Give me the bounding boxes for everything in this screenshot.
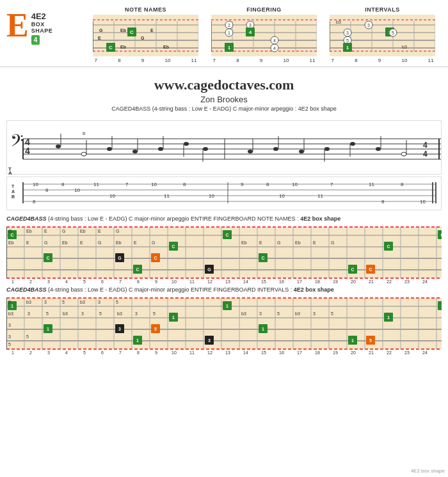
svg-text:G: G (62, 229, 65, 233)
svg-text:G: G (152, 240, 155, 245)
svg-text:8: 8 (137, 350, 140, 355)
svg-text:G: G (8, 229, 12, 233)
svg-text:b3: b3 (295, 311, 300, 316)
svg-text:9: 9 (241, 182, 244, 187)
svg-text:16: 16 (279, 279, 284, 284)
svg-text:C: C (136, 267, 139, 272)
full-fb-note-names-title-post: 4E2 box shape (300, 215, 340, 222)
svg-text:11: 11 (93, 182, 99, 187)
svg-point-115 (376, 147, 381, 151)
svg-text:C: C (387, 244, 390, 249)
svg-text:G: G (118, 256, 122, 260)
svg-text:5: 5 (99, 311, 102, 316)
svg-text:4: 4 (65, 350, 68, 355)
svg-text:b3: b3 (80, 300, 85, 304)
svg-text:6: 6 (101, 350, 104, 355)
svg-text:b3: b3 (63, 311, 68, 316)
svg-text:G: G (98, 240, 101, 245)
svg-point-92 (81, 152, 86, 156)
svg-text:3: 3 (47, 279, 50, 284)
svg-text:8: 8 (266, 182, 269, 187)
full-fb-intervals-title-post: 4E2 box shape (294, 286, 334, 293)
svg-text:10: 10 (279, 193, 285, 199)
svg-text:17: 17 (297, 279, 302, 284)
svg-point-111 (324, 147, 330, 151)
svg-text:8: 8 (137, 279, 140, 284)
svg-text:4: 4 (249, 29, 252, 35)
full-fb-note-names-title-mid: (4-string bass : Low E - EADG) C major-m… (48, 215, 299, 222)
svg-point-105 (248, 150, 253, 153)
staff-notation: 𝄢 4 4 b (6, 120, 442, 175)
svg-text:1: 1 (47, 327, 49, 331)
svg-text:1: 1 (441, 304, 442, 308)
svg-text:23: 23 (404, 279, 410, 284)
svg-text:Eb: Eb (120, 45, 126, 49)
svg-text:10: 10 (74, 187, 80, 193)
svg-point-99 (158, 147, 163, 151)
svg-text:24: 24 (422, 350, 428, 355)
svg-text:3: 3 (81, 311, 84, 316)
svg-text:E: E (134, 240, 137, 245)
svg-text:8: 8 (381, 199, 385, 205)
svg-text:3: 3 (8, 334, 11, 339)
svg-text:b3: b3 (117, 311, 122, 316)
fingering-fret-numbers: 7891011 (210, 58, 319, 63)
svg-text:3: 3 (47, 350, 50, 355)
svg-text:10: 10 (420, 199, 426, 205)
svg-text:5: 5 (83, 279, 86, 284)
svg-text:8: 8 (183, 182, 186, 187)
svg-text:1: 1 (226, 304, 228, 308)
svg-text:Eb: Eb (295, 240, 301, 245)
svg-text:b3: b3 (402, 45, 407, 49)
page-subtitle: CAGED4BASS (4-string bass : Low E - EADG… (6, 106, 442, 112)
svg-text:3: 3 (28, 311, 30, 316)
svg-text:T: T (12, 184, 15, 189)
svg-text:5: 5 (83, 350, 86, 355)
svg-text:5: 5 (369, 338, 372, 343)
svg-text:b3: b3 (8, 311, 13, 316)
fingering-title: FINGERING (246, 6, 282, 13)
svg-text:B: B (12, 194, 15, 199)
svg-text:E: E (44, 229, 47, 233)
svg-point-113 (350, 142, 355, 146)
svg-text:11: 11 (164, 193, 170, 199)
chord-sub1: BOX (31, 21, 53, 27)
svg-text:Eb: Eb (241, 240, 247, 245)
svg-text:C: C (46, 256, 49, 260)
intervals-fret-numbers: 7891011 (328, 58, 437, 63)
svg-text:5: 5 (392, 31, 394, 35)
full-fb-note-names-section: CAGED4BASS (4-string bass : Low E - EADG… (3, 215, 445, 281)
svg-point-97 (132, 150, 138, 153)
intervals-diagram: INTERVALS b3 (328, 6, 437, 63)
svg-text:𝄢: 𝄢 (10, 131, 24, 154)
svg-text:10: 10 (292, 182, 298, 187)
svg-text:2: 2 (29, 350, 32, 355)
svg-text:1: 1 (262, 327, 264, 331)
svg-text:9: 9 (155, 279, 157, 284)
svg-text:13: 13 (225, 279, 230, 284)
svg-text:16: 16 (279, 350, 284, 355)
svg-text:22: 22 (387, 279, 392, 284)
svg-text:2: 2 (29, 279, 32, 284)
svg-text:C: C (351, 267, 354, 272)
chord-sub2: SHAPE (31, 27, 53, 34)
svg-text:1: 1 (12, 279, 14, 284)
note-names-fret-numbers: 7891011 (92, 58, 200, 63)
svg-text:1: 1 (351, 338, 354, 343)
svg-text:5: 5 (8, 300, 11, 304)
svg-point-95 (107, 147, 112, 151)
chord-letter: E (6, 9, 29, 42)
svg-text:11: 11 (369, 182, 374, 187)
svg-text:5: 5 (46, 311, 49, 316)
svg-text:21: 21 (369, 350, 374, 355)
svg-point-103 (203, 147, 208, 151)
full-fb-intervals-section: CAGED4BASS (4-string bass : Low E - EADG… (3, 286, 445, 352)
intervals-fretboard: b3 3 1 3 5 5 1 b3 (330, 15, 435, 56)
svg-text:18: 18 (315, 350, 320, 355)
detection-annotation: 4E2 box shape (411, 468, 445, 474)
fingering-diagram: FINGERING (210, 6, 319, 63)
full-fb-intervals-title-mid: (4-string bass : Low E - EADG) C major-m… (48, 286, 292, 293)
svg-text:1: 1 (387, 315, 390, 320)
svg-text:8: 8 (61, 182, 65, 187)
svg-text:E: E (98, 229, 101, 233)
